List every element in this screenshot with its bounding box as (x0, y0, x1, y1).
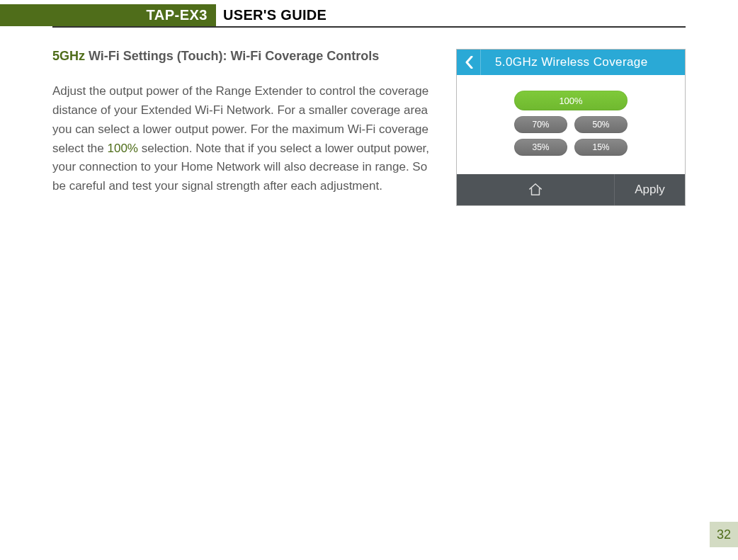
coverage-option-selected[interactable]: 100% (514, 91, 628, 110)
device-screenshot: 5.0GHz Wireless Coverage 100% 70% 50% 35… (456, 49, 686, 206)
section-heading-rest: Wi-Fi Settings (Touch): Wi-Fi Coverage C… (85, 49, 379, 63)
coverage-option-70[interactable]: 70% (514, 116, 567, 133)
coverage-option-35[interactable]: 35% (514, 139, 567, 156)
coverage-option-15[interactable]: 15% (574, 139, 628, 156)
coverage-option-50[interactable]: 50% (574, 116, 628, 133)
section-heading: 5GHz Wi-Fi Settings (Touch): Wi-Fi Cover… (52, 49, 438, 64)
body-paragraph: Adjust the output power of the Range Ext… (52, 82, 438, 196)
section-heading-highlight: 5GHz (52, 49, 85, 63)
apply-button[interactable]: Apply (614, 174, 685, 205)
home-button[interactable] (457, 182, 614, 198)
content-area: 5GHz Wi-Fi Settings (Touch): Wi-Fi Cover… (0, 28, 738, 206)
product-badge: TAP-EX3 (0, 4, 216, 26)
doc-header: TAP-EX3 USER'S GUIDE (0, 4, 738, 26)
chevron-left-icon (465, 56, 473, 69)
doc-title: USER'S GUIDE (216, 4, 327, 26)
screenshot-title: 5.0GHz Wireless Coverage (481, 55, 685, 69)
back-button[interactable] (457, 50, 481, 75)
home-icon (528, 182, 543, 198)
screenshot-titlebar: 5.0GHz Wireless Coverage (457, 50, 685, 75)
page-number: 32 (710, 522, 738, 547)
coverage-options: 100% 70% 50% 35% 15% (457, 75, 685, 174)
body-text-highlight: 100% (108, 142, 138, 155)
screenshot-footer: Apply (457, 174, 685, 205)
